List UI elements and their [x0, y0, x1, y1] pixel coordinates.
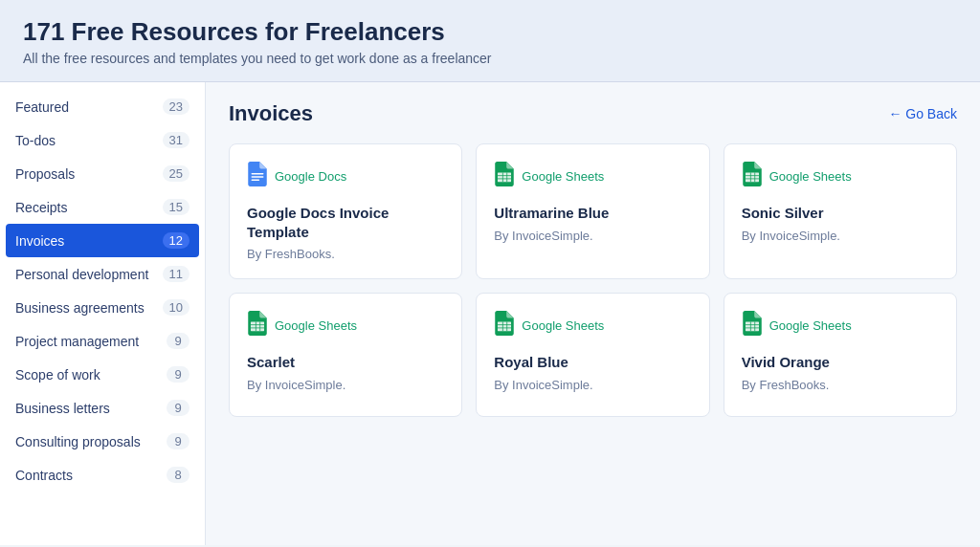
sidebar-item-consulting-proposals[interactable]: Consulting proposals9 [0, 425, 205, 458]
google-sheets-icon [742, 162, 763, 190]
card-title: Sonic Silver [742, 204, 939, 223]
card-app-row: Google Sheets [742, 311, 939, 339]
card-app-row: Google Sheets [494, 311, 691, 339]
card-app-name: Google Sheets [275, 318, 357, 333]
sidebar-count: 9 [167, 433, 189, 449]
page-subtitle: All the free resources and templates you… [23, 51, 957, 66]
sidebar-item-business-letters[interactable]: Business letters9 [0, 391, 205, 425]
sidebar-label: Scope of work [15, 367, 100, 383]
resource-card-3[interactable]: Google SheetsSonic SilverBy InvoiceSimpl… [724, 143, 957, 279]
sidebar-label: Invoices [15, 233, 64, 249]
svg-rect-1 [252, 176, 264, 178]
sidebar-label: Business letters [15, 401, 110, 416]
google-docs-icon [247, 162, 268, 190]
card-app-name: Google Sheets [522, 318, 604, 333]
sidebar-count: 8 [167, 467, 189, 483]
sidebar-label: Project management [15, 334, 139, 349]
card-title: Scarlet [247, 353, 444, 372]
google-sheets-icon [742, 311, 763, 339]
card-author: By InvoiceSimple. [494, 229, 691, 243]
card-title: Ultramarine Blue [494, 204, 691, 223]
sidebar-count: 12 [163, 232, 189, 249]
sidebar-item-personal-development[interactable]: Personal development11 [0, 257, 205, 291]
card-app-row: Google Sheets [247, 311, 444, 339]
resource-card-6[interactable]: Google SheetsVivid OrangeBy FreshBooks. [724, 293, 957, 417]
sidebar-item-invoices[interactable]: Invoices12 [6, 224, 199, 257]
cards-grid: Google DocsGoogle Docs Invoice TemplateB… [229, 143, 957, 417]
svg-rect-13 [251, 321, 264, 331]
sidebar-item-featured[interactable]: Featured23 [0, 90, 205, 123]
sidebar: Featured23To-dos31Proposals25Receipts15I… [0, 82, 206, 545]
google-sheets-icon [494, 162, 515, 190]
sidebar-count: 15 [163, 199, 189, 215]
main-content: Invoices ← Go Back Google DocsGoogle Doc… [206, 82, 980, 545]
sidebar-item-business-agreements[interactable]: Business agreements10 [0, 291, 205, 324]
sidebar-label: Business agreements [15, 300, 145, 316]
svg-rect-8 [746, 172, 759, 182]
card-app-name: Google Sheets [769, 169, 852, 184]
go-back-link[interactable]: ← Go Back [888, 106, 957, 121]
sidebar-count: 10 [163, 299, 189, 316]
card-app-name: Google Docs [275, 169, 346, 184]
resource-card-1[interactable]: Google DocsGoogle Docs Invoice TemplateB… [229, 143, 462, 279]
card-app-row: Google Docs [247, 162, 444, 190]
sidebar-item-scope-of-work[interactable]: Scope of work9 [0, 358, 205, 391]
google-sheets-icon [494, 311, 515, 339]
card-app-row: Google Sheets [494, 162, 691, 190]
card-author: By InvoiceSimple. [494, 378, 691, 392]
svg-rect-3 [498, 172, 511, 182]
resource-card-2[interactable]: Google SheetsUltramarine BlueBy InvoiceS… [476, 143, 709, 279]
sidebar-label: Proposals [15, 166, 75, 182]
sidebar-item-contracts[interactable]: Contracts8 [0, 458, 205, 492]
sidebar-label: Featured [15, 99, 69, 115]
card-app-name: Google Sheets [769, 318, 852, 333]
sidebar-label: To-dos [15, 133, 56, 148]
sidebar-label: Contracts [15, 468, 73, 483]
sidebar-item-proposals[interactable]: Proposals25 [0, 157, 205, 190]
sidebar-label: Consulting proposals [15, 434, 141, 449]
resource-card-5[interactable]: Google SheetsRoyal BlueBy InvoiceSimple. [476, 293, 709, 417]
card-title: Google Docs Invoice Template [247, 204, 444, 241]
sidebar-item-receipts[interactable]: Receipts15 [0, 190, 205, 224]
card-author: By InvoiceSimple. [742, 229, 939, 243]
card-app-name: Google Sheets [522, 169, 604, 184]
body-layout: Featured23To-dos31Proposals25Receipts15I… [0, 82, 980, 545]
sidebar-item-project-management[interactable]: Project management9 [0, 324, 205, 358]
main-header: Invoices ← Go Back [229, 101, 957, 126]
card-author: By FreshBooks. [247, 247, 444, 261]
sidebar-count: 9 [167, 366, 189, 383]
sidebar-count: 11 [163, 266, 189, 282]
sidebar-label: Receipts [15, 200, 67, 215]
sidebar-count: 9 [167, 400, 189, 416]
sidebar-count: 9 [167, 333, 189, 349]
svg-rect-23 [746, 321, 759, 331]
svg-rect-0 [252, 173, 264, 175]
svg-rect-18 [498, 321, 511, 331]
sidebar-item-todos[interactable]: To-dos31 [0, 123, 205, 157]
section-title: Invoices [229, 101, 313, 126]
card-app-row: Google Sheets [742, 162, 939, 190]
sidebar-label: Personal development [15, 267, 148, 282]
sidebar-count: 25 [163, 165, 189, 182]
google-sheets-icon [247, 311, 268, 339]
card-author: By InvoiceSimple. [247, 378, 444, 392]
page-title: 171 Free Resources for Freelancers [23, 17, 957, 47]
sidebar-count: 23 [163, 98, 189, 115]
resource-card-4[interactable]: Google SheetsScarletBy InvoiceSimple. [229, 293, 462, 417]
card-author: By FreshBooks. [742, 378, 939, 392]
page-header: 171 Free Resources for Freelancers All t… [0, 0, 980, 82]
sidebar-count: 31 [163, 132, 189, 148]
svg-rect-2 [252, 179, 260, 181]
card-title: Royal Blue [494, 353, 691, 372]
card-title: Vivid Orange [742, 353, 939, 372]
